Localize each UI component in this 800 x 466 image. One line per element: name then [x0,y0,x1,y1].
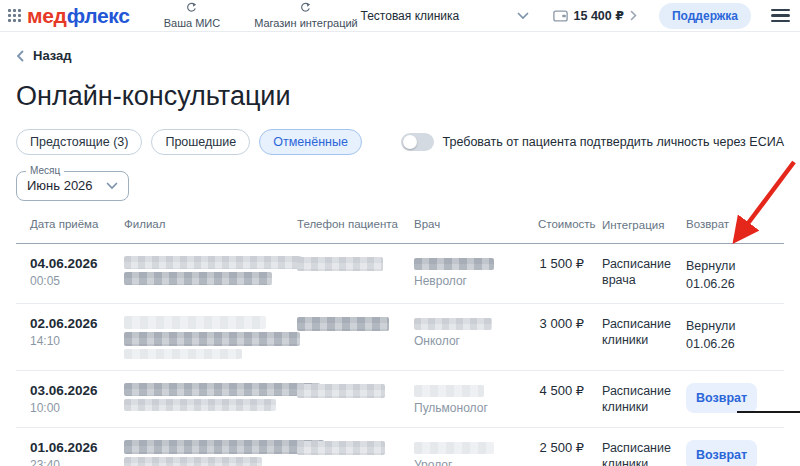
nav-your-mis-label: Ваша МИС [164,17,220,29]
apps-grid-icon[interactable] [8,9,21,22]
cell-date: 01.06.2026 23:40 [30,440,124,466]
cell-phone [297,256,414,292]
refund-status: Вернули 01.06.26 [686,319,735,351]
col-phone: Телефон пациента [297,218,414,233]
refund-button[interactable]: Возврат [686,383,757,413]
tab-past[interactable]: Прошедшие [151,129,250,155]
cell-refund: Вернули 01.06.26 [686,256,784,292]
cell-date: 02.06.2026 14:10 [30,316,124,359]
redacted-branch [124,399,276,411]
cell-branch [124,256,297,292]
chevron-right-icon [630,10,637,21]
esia-toggle[interactable] [401,133,434,151]
cell-cost: 4 500 ₽ [538,383,600,416]
redacted-branch [124,256,302,269]
redacted-doctor-name [414,442,494,454]
wallet-icon [553,10,568,22]
nav-integrations-label: Магазин интеграций [254,17,358,29]
cell-branch [124,440,297,466]
col-doctor: Врач [414,218,538,233]
cell-phone [297,316,414,359]
esia-toggle-group: Требовать от пациента подтвердить личнос… [401,133,784,151]
esia-toggle-label: Требовать от пациента подтвердить личнос… [443,135,784,149]
clinic-selector[interactable]: Тестовая клиника [361,9,529,23]
redacted-branch [124,457,262,466]
col-refund: Возврат [686,218,784,233]
online-consultations-page: медфлекс Ваша МИС Магазин интеграций Тес… [0,0,800,466]
filter-row: Предстоящие (3) Прошедшие Отменённые Тре… [16,129,784,155]
nav-integrations-market[interactable]: Магазин интеграций [254,2,358,28]
redacted-doctor-name [414,385,484,397]
cell-phone [297,383,414,416]
tab-upcoming[interactable]: Предстоящие (3) [16,129,142,155]
appointment-time: 14:10 [30,334,124,348]
redacted-doctor-name [414,258,494,270]
table-row[interactable]: 02.06.2026 14:10 Онколог 3 000 ₽ Расписа… [16,304,784,371]
balance-amount: 15 400 ₽ [574,8,624,23]
redacted-branch [124,349,242,359]
integrations-icon [300,2,311,16]
col-branch: Филиал [124,218,297,233]
cell-integration: Расписание клиники [600,316,680,359]
toggle-knob [403,135,417,149]
chevron-down-icon [106,182,118,190]
table-row[interactable]: 01.06.2026 23:40 Уролог 2 500 ₽ Расписан… [16,428,784,466]
cell-integration: Расписание врача [600,256,680,292]
month-select-label: Месяц [26,165,64,176]
redacted-doctor-name [414,318,492,330]
col-integration: Интеграция [600,218,680,233]
sync-icon [186,2,197,16]
appointment-time: 00:05 [30,274,124,288]
cell-doctor: Уролог [414,440,538,466]
cell-refund: Возврат [686,440,784,466]
appointment-date: 04.06.2026 [30,256,124,272]
cell-branch [124,383,297,416]
col-date: Дата приёма [30,218,124,233]
menu-icon[interactable] [771,6,790,26]
table-row[interactable]: 04.06.2026 00:05 Невролог 1 500 ₽ Распис… [16,244,784,304]
balance-widget[interactable]: 15 400 ₽ [553,8,637,23]
nav-your-mis[interactable]: Ваша МИС [164,2,220,28]
logo-part-red: мед [27,4,67,27]
month-select[interactable]: Месяц Июнь 2026 [16,171,129,201]
table-header: Дата приёма Филиал Телефон пациента Врач… [16,212,784,244]
month-select-value: Июнь 2026 [27,178,93,193]
appointment-date: 03.06.2026 [30,383,124,399]
support-button[interactable]: Поддержка [659,3,751,29]
cell-cost: 2 500 ₽ [538,440,600,466]
medflex-logo[interactable]: медфлекс [27,4,130,28]
doctor-specialty: Онколог [414,334,538,348]
clinic-name: Тестовая клиника [361,9,460,23]
cell-doctor: Онколог [414,316,538,359]
refund-button[interactable]: Возврат [686,440,757,466]
appointment-date: 02.06.2026 [30,316,124,332]
redacted-branch [124,383,320,396]
redacted-phone [297,384,385,398]
consultations-table: Дата приёма Филиал Телефон пациента Врач… [16,212,784,466]
chevron-down-icon [517,12,529,20]
redacted-phone [297,441,385,455]
cell-refund: Вернули 01.06.26 [686,316,784,359]
redacted-branch [124,272,272,285]
cell-phone [297,440,414,466]
cell-cost: 1 500 ₽ [538,256,600,292]
col-cost: Стоимость [538,218,600,233]
redacted-phone [297,257,383,271]
logo-part-blue: флекс [67,4,130,27]
doctor-specialty: Уролог [414,458,538,466]
cell-date: 04.06.2026 00:05 [30,256,124,292]
cell-branch [124,316,297,359]
cell-integration: Расписание клиники [600,383,680,416]
cell-doctor: Пульмонолог [414,383,538,416]
back-link[interactable]: Назад [16,48,72,63]
black-line-annotation [737,411,800,413]
doctor-specialty: Невролог [414,274,538,288]
main-content: Назад Онлайн-консультации Предстоящие (3… [0,32,800,466]
redacted-branch [124,316,266,329]
table-row[interactable]: 03.06.2026 10:00 Пульмонолог 4 500 ₽ Рас… [16,371,784,428]
doctor-specialty: Пульмонолог [414,401,538,415]
tab-cancelled[interactable]: Отменённые [259,129,362,155]
appointment-time: 10:00 [30,401,124,415]
cell-cost: 3 000 ₽ [538,316,600,359]
cell-date: 03.06.2026 10:00 [30,383,124,416]
